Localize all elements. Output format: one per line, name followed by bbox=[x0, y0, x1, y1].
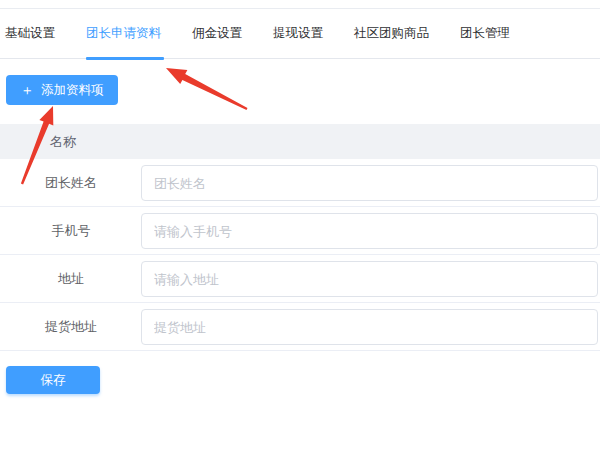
tab-commission-settings[interactable]: 佣金设置 bbox=[192, 9, 242, 59]
tab-label: 佣金设置 bbox=[192, 25, 242, 42]
pickup-address-input[interactable] bbox=[141, 309, 598, 345]
plus-icon: ＋ bbox=[20, 83, 34, 97]
row-label: 提货地址 bbox=[0, 318, 142, 336]
form-row-leader-name: 团长姓名 bbox=[0, 159, 600, 207]
form-row-phone-number: 手机号 bbox=[0, 207, 600, 255]
save-button[interactable]: 保存 bbox=[6, 366, 100, 394]
add-data-item-button[interactable]: ＋ 添加资料项 bbox=[6, 75, 118, 105]
row-label: 地址 bbox=[0, 270, 142, 288]
column-header-name: 名称 bbox=[50, 133, 76, 151]
tab-withdrawal-settings[interactable]: 提现设置 bbox=[273, 9, 323, 59]
tab-label: 提现设置 bbox=[273, 25, 323, 42]
table-body: 团长姓名 手机号 地址 提货地址 bbox=[0, 159, 600, 351]
tab-community-groupbuy-products[interactable]: 社区团购商品 bbox=[354, 9, 429, 59]
tab-label: 团长申请资料 bbox=[86, 25, 161, 42]
application-fields-table: 名称 团长姓名 手机号 地址 提货地址 bbox=[0, 124, 600, 351]
tab-label: 社区团购商品 bbox=[354, 25, 429, 42]
leader-name-input[interactable] bbox=[141, 165, 598, 201]
form-row-address: 地址 bbox=[0, 255, 600, 303]
tab-bar: 基础设置 团长申请资料 佣金设置 提现设置 社区团购商品 团长管理 bbox=[0, 9, 600, 59]
tab-label: 基础设置 bbox=[5, 25, 55, 42]
tab-leader-application-info[interactable]: 团长申请资料 bbox=[86, 9, 161, 59]
tab-basic-settings[interactable]: 基础设置 bbox=[5, 9, 55, 59]
table-header-row: 名称 bbox=[0, 124, 600, 159]
row-label: 团长姓名 bbox=[0, 174, 142, 192]
add-button-label: 添加资料项 bbox=[41, 82, 104, 99]
community-groupbuy-settings-page: 基础设置 团长申请资料 佣金设置 提现设置 社区团购商品 团长管理 ＋ 添加资料… bbox=[0, 0, 600, 459]
form-row-pickup-address: 提货地址 bbox=[0, 303, 600, 351]
address-input[interactable] bbox=[141, 261, 598, 297]
phone-number-input[interactable] bbox=[141, 213, 598, 249]
row-label: 手机号 bbox=[0, 222, 142, 240]
tab-leader-management[interactable]: 团长管理 bbox=[460, 9, 510, 59]
arrow-to-active-tab-icon bbox=[166, 68, 248, 110]
tab-label: 团长管理 bbox=[460, 25, 510, 42]
